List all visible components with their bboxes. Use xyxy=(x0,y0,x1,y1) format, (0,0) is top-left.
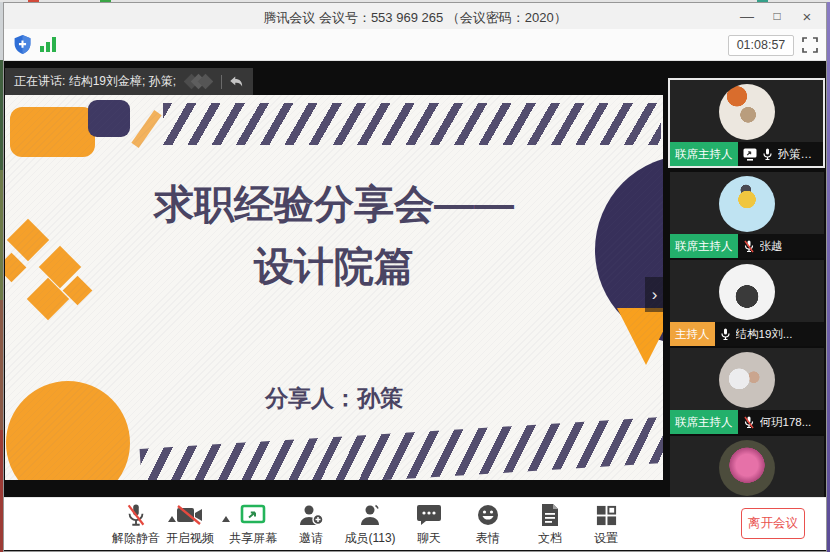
emoji-icon xyxy=(476,502,500,528)
members-icon xyxy=(358,502,382,528)
document-button[interactable]: 文档 xyxy=(526,502,574,548)
divider xyxy=(221,75,222,89)
settings-button[interactable]: 设置 xyxy=(582,502,630,548)
participant-name: 何玥178... xyxy=(760,415,812,430)
role-badge: 主持人 xyxy=(670,322,715,346)
speaking-banner: 正在讲话: 结构19刘金樟; 孙策; xyxy=(5,68,253,95)
titlebar: 腾讯会议 会议号：553 969 265 （会议密码：2020） — □ × xyxy=(4,3,826,29)
mic-muted-icon xyxy=(743,416,755,429)
avatar xyxy=(719,352,775,408)
toolbar-label: 设置 xyxy=(594,530,618,547)
toolbar-label: 表情 xyxy=(476,530,500,547)
meeting-content: 求职经验分享会—— 设计院篇 分享人：孙策 › 正在讲话: 结构19刘金樟; 孙… xyxy=(4,61,826,497)
toolbar-label: 开启视频 xyxy=(166,530,214,547)
avatar xyxy=(719,264,775,320)
invite-icon xyxy=(298,502,324,528)
desktop-pixel xyxy=(757,0,768,2)
slide-title-line2: 设计院篇 xyxy=(5,235,663,297)
avatar xyxy=(719,84,775,140)
participant-tile[interactable]: 联席主持人 孙策的屏... xyxy=(668,78,825,168)
members-button[interactable]: 成员(113) xyxy=(336,502,404,548)
participant-name: 结构19刘... xyxy=(736,327,793,342)
desktop-edge-top xyxy=(0,0,830,2)
participant-labelbar: 联席主持人 张越 xyxy=(670,234,824,258)
collapse-arrow-icon[interactable] xyxy=(229,75,244,88)
presentation-slide: 求职经验分享会—— 设计院篇 分享人：孙策 › xyxy=(5,95,663,480)
avatar xyxy=(719,176,775,232)
toolbar-label: 解除静音 xyxy=(112,530,160,547)
slide-presenter: 分享人：孙策 xyxy=(5,383,663,414)
toolbar-label: 文档 xyxy=(538,530,562,547)
mic-on-icon xyxy=(762,148,773,161)
toolbar-label: 共享屏幕 xyxy=(229,530,277,547)
toolbar-label: 聊天 xyxy=(417,530,441,547)
share-screen-button[interactable]: 共享屏幕 xyxy=(225,502,281,548)
desktop-edge-right xyxy=(826,0,830,552)
share-screen-icon xyxy=(240,502,266,528)
mic-muted-icon xyxy=(124,502,148,528)
slide-title: 求职经验分享会—— 设计院篇 xyxy=(5,173,663,297)
fullscreen-icon[interactable] xyxy=(802,37,818,57)
bottom-toolbar: 解除静音 开启视频 共享屏幕 邀请 成员(113) xyxy=(4,497,826,550)
toolbar-label: 邀请 xyxy=(299,530,323,547)
avatar xyxy=(719,440,775,496)
deco-orange-triangle xyxy=(617,308,663,365)
participant-name: 张越 xyxy=(760,239,783,254)
meeting-timer: 01:08:57 xyxy=(728,35,794,56)
document-icon xyxy=(540,502,560,528)
mic-muted-icon xyxy=(743,240,755,253)
maximize-icon[interactable]: □ xyxy=(762,3,792,29)
chat-icon xyxy=(416,502,442,528)
shield-icon[interactable] xyxy=(13,34,32,59)
participant-tile[interactable]: 主持人 结构19刘... xyxy=(670,260,824,346)
chat-button[interactable]: 聊天 xyxy=(405,502,453,548)
mic-on-icon xyxy=(720,328,731,341)
participant-labelbar: 主持人 结构19刘... xyxy=(670,322,824,346)
toolbar-label: 成员(113) xyxy=(344,530,395,547)
deco-hatch-top xyxy=(163,103,661,145)
unmute-button[interactable]: 解除静音 xyxy=(108,502,164,548)
window-title: 腾讯会议 会议号：553 969 265 （会议密码：2020） xyxy=(4,9,826,27)
speaking-text: 正在讲话: 结构19刘金樟; 孙策; xyxy=(14,73,176,90)
deco-purple-rect xyxy=(88,100,130,137)
camera-off-icon xyxy=(176,502,204,528)
participant-labelbar: 联席主持人 孙策的屏... xyxy=(670,142,823,166)
screen-share-icon xyxy=(743,148,757,161)
participant-tile[interactable]: 联席主持人 张越 xyxy=(670,172,824,258)
deco-hatch-bottom xyxy=(140,417,663,480)
participant-labelbar: 联席主持人 何玥178... xyxy=(670,410,824,434)
deco-orange-rect xyxy=(10,107,95,157)
participant-tile[interactable]: 联席主持人 宋祉 xyxy=(670,436,824,497)
desktop-pixel xyxy=(100,0,111,2)
deco-orange-stripe xyxy=(131,110,161,148)
leave-meeting-button[interactable]: 离开会议 xyxy=(741,508,805,539)
emoji-button[interactable]: 表情 xyxy=(464,502,512,548)
signal-bars-icon[interactable] xyxy=(40,37,56,52)
invite-button[interactable]: 邀请 xyxy=(287,502,335,548)
close-icon[interactable]: × xyxy=(792,3,822,29)
desktop-pixel xyxy=(28,0,39,2)
role-badge: 联席主持人 xyxy=(670,234,738,258)
statusbar: 01:08:57 xyxy=(4,29,826,61)
role-badge: 联席主持人 xyxy=(670,142,738,166)
participant-name: 孙策的屏... xyxy=(778,147,824,162)
start-video-button[interactable]: 开启视频 xyxy=(162,502,218,548)
tencent-meeting-window: 腾讯会议 会议号：553 969 265 （会议密码：2020） — □ × 0… xyxy=(0,0,830,552)
slide-title-line1: 求职经验分享会—— xyxy=(5,173,663,235)
minimize-icon[interactable]: — xyxy=(732,3,762,29)
next-slide-arrow[interactable]: › xyxy=(645,277,663,312)
role-badge: 联席主持人 xyxy=(670,410,738,434)
participant-tile[interactable]: 联席主持人 何玥178... xyxy=(670,348,824,434)
settings-icon xyxy=(595,502,618,528)
